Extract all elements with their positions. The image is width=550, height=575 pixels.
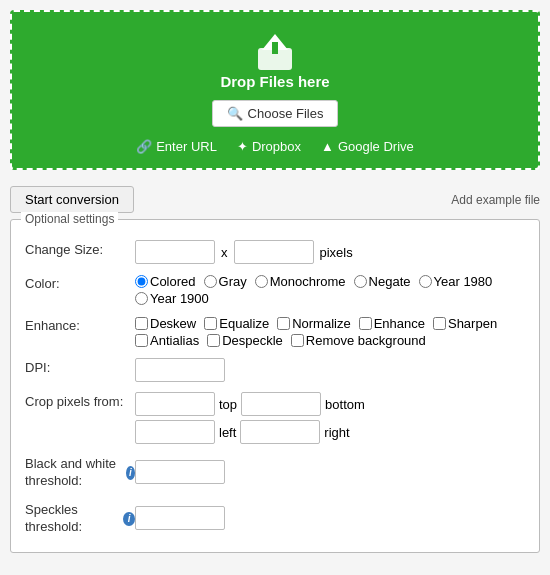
- color-colored-radio[interactable]: [135, 275, 148, 288]
- dropbox-link[interactable]: ✦ Dropbox: [237, 139, 301, 154]
- enhance-label: Enhance:: [25, 316, 135, 333]
- enhance-checkbox-group: Deskew Equalize Normalize Enhance Sharpe…: [135, 316, 525, 348]
- color-label: Color:: [25, 274, 135, 291]
- choose-files-label: Choose Files: [248, 106, 324, 121]
- enhance-normalize-label[interactable]: Normalize: [277, 316, 351, 331]
- top-label: top: [219, 397, 237, 412]
- color-colored-label[interactable]: Colored: [135, 274, 196, 289]
- crop-label: Crop pixels from:: [25, 392, 135, 409]
- crop-right-input[interactable]: [240, 420, 320, 444]
- enhance-removebg-label[interactable]: Remove background: [291, 333, 426, 348]
- color-radio-group: Colored Gray Monochrome Negate Year 1980…: [135, 274, 525, 306]
- speckles-threshold-label: Speckles threshold: i: [25, 500, 135, 536]
- enhance-options: Deskew Equalize Normalize Enhance Sharpe…: [135, 316, 525, 348]
- speckles-info-icon[interactable]: i: [123, 512, 135, 526]
- enhance-enhance-label[interactable]: Enhance: [359, 316, 425, 331]
- color-gray-radio[interactable]: [204, 275, 217, 288]
- upload-icon: [22, 30, 528, 73]
- google-drive-link[interactable]: ▲ Google Drive: [321, 139, 414, 154]
- enhance-sharpen-cb[interactable]: [433, 317, 446, 330]
- crop-top-input[interactable]: [135, 392, 215, 416]
- choose-files-button[interactable]: 🔍 Choose Files: [212, 100, 339, 127]
- enhance-row: Enhance: Deskew Equalize Normalize Enhan…: [25, 316, 525, 348]
- enhance-removebg-cb[interactable]: [291, 334, 304, 347]
- crop-row: Crop pixels from: top bottom left right: [25, 392, 525, 444]
- color-year1900-label[interactable]: Year 1900: [135, 291, 209, 306]
- drop-links: 🔗 Enter URL ✦ Dropbox ▲ Google Drive: [22, 139, 528, 154]
- speckles-threshold-input[interactable]: [135, 506, 225, 530]
- drop-text: Drop Files here: [22, 73, 528, 90]
- dpi-input[interactable]: [135, 358, 225, 382]
- x-label: x: [221, 245, 228, 260]
- bw-threshold-input[interactable]: [135, 460, 225, 484]
- crop-left-input[interactable]: [135, 420, 215, 444]
- color-negate-radio[interactable]: [354, 275, 367, 288]
- color-monochrome-radio[interactable]: [255, 275, 268, 288]
- change-size-content: x pixels: [135, 240, 525, 264]
- enhance-deskew-label[interactable]: Deskew: [135, 316, 196, 331]
- crop-left-row: left right: [135, 420, 365, 444]
- change-size-label: Change Size:: [25, 240, 135, 257]
- crop-bottom-input[interactable]: [241, 392, 321, 416]
- enhance-despeckle-cb[interactable]: [207, 334, 220, 347]
- color-options: Colored Gray Monochrome Negate Year 1980…: [135, 274, 525, 306]
- crop-rows: top bottom left right: [135, 392, 365, 444]
- start-conversion-button[interactable]: Start conversion: [10, 186, 134, 213]
- color-year1980-radio[interactable]: [419, 275, 432, 288]
- enhance-equalize-label[interactable]: Equalize: [204, 316, 269, 331]
- bw-threshold-label: Black and white threshold: i: [25, 454, 135, 490]
- enhance-antialias-cb[interactable]: [135, 334, 148, 347]
- settings-panel: Optional settings Change Size: x pixels …: [10, 219, 540, 553]
- drop-zone[interactable]: Drop Files here 🔍 Choose Files 🔗 Enter U…: [10, 10, 540, 170]
- color-row: Color: Colored Gray Monochrome Negate Ye…: [25, 274, 525, 306]
- dpi-label: DPI:: [25, 358, 135, 375]
- left-label: left: [219, 425, 236, 440]
- color-year1980-label[interactable]: Year 1980: [419, 274, 493, 289]
- dpi-row: DPI:: [25, 358, 525, 382]
- color-year1900-radio[interactable]: [135, 292, 148, 305]
- crop-top-row: top bottom: [135, 392, 365, 416]
- enhance-deskew-cb[interactable]: [135, 317, 148, 330]
- color-gray-label[interactable]: Gray: [204, 274, 247, 289]
- enhance-normalize-cb[interactable]: [277, 317, 290, 330]
- speckles-threshold-row: Speckles threshold: i: [25, 500, 525, 536]
- link-icon: 🔗: [136, 139, 152, 154]
- add-example-link[interactable]: Add example file: [451, 193, 540, 207]
- bw-threshold-info-icon[interactable]: i: [126, 466, 135, 480]
- pixels-label: pixels: [320, 245, 353, 260]
- enhance-equalize-cb[interactable]: [204, 317, 217, 330]
- search-icon: 🔍: [227, 106, 243, 121]
- drive-icon: ▲: [321, 139, 334, 154]
- enter-url-link[interactable]: 🔗 Enter URL: [136, 139, 217, 154]
- enhance-antialias-label[interactable]: Antialias: [135, 333, 199, 348]
- bw-threshold-row: Black and white threshold: i: [25, 454, 525, 490]
- dropbox-icon: ✦: [237, 139, 248, 154]
- color-monochrome-label[interactable]: Monochrome: [255, 274, 346, 289]
- color-negate-label[interactable]: Negate: [354, 274, 411, 289]
- dpi-content: [135, 358, 525, 382]
- settings-legend: Optional settings: [21, 212, 118, 226]
- size-height-input[interactable]: [234, 240, 314, 264]
- crop-content: top bottom left right: [135, 392, 525, 444]
- enhance-enhance-cb[interactable]: [359, 317, 372, 330]
- size-width-input[interactable]: [135, 240, 215, 264]
- enhance-sharpen-label[interactable]: Sharpen: [433, 316, 497, 331]
- change-size-row: Change Size: x pixels: [25, 240, 525, 264]
- enhance-despeckle-label[interactable]: Despeckle: [207, 333, 283, 348]
- svg-rect-2: [272, 42, 278, 54]
- right-label: right: [324, 425, 349, 440]
- bottom-label: bottom: [325, 397, 365, 412]
